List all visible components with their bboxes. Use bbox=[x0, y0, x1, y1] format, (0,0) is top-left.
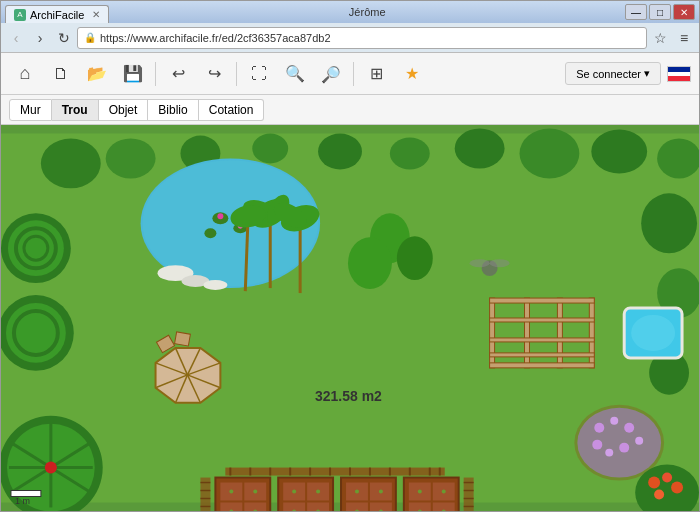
svg-point-9 bbox=[520, 129, 580, 179]
tab-favicon: A bbox=[14, 9, 26, 21]
svg-point-54 bbox=[470, 259, 490, 267]
title-bar-left: A ArchiFacile ✕ bbox=[5, 1, 109, 23]
svg-rect-85 bbox=[490, 338, 595, 342]
tab-mur[interactable]: Mur bbox=[9, 99, 52, 121]
fullscreen-tool-button[interactable]: ⛶ bbox=[243, 58, 275, 90]
svg-point-47 bbox=[203, 280, 227, 290]
svg-point-26 bbox=[662, 473, 672, 483]
svg-point-7 bbox=[390, 138, 430, 170]
title-bar-controls: — □ ✕ bbox=[625, 4, 695, 20]
svg-point-5 bbox=[252, 134, 288, 164]
svg-text:321.58 m2: 321.58 m2 bbox=[315, 388, 382, 404]
svg-point-89 bbox=[631, 315, 675, 351]
svg-point-67 bbox=[348, 237, 392, 289]
toolbar-separator-2 bbox=[236, 62, 237, 86]
close-button[interactable]: ✕ bbox=[673, 4, 695, 20]
svg-point-66 bbox=[397, 236, 433, 280]
tab-area: A ArchiFacile ✕ bbox=[5, 1, 109, 23]
svg-point-50 bbox=[204, 228, 216, 238]
grid-tool-button[interactable]: ⊞ bbox=[360, 58, 392, 90]
undo-tool-button[interactable]: ↩ bbox=[162, 58, 194, 90]
svg-point-42 bbox=[45, 462, 57, 474]
tab-objet[interactable]: Objet bbox=[99, 99, 149, 121]
svg-rect-83 bbox=[490, 298, 595, 303]
svg-point-20 bbox=[635, 437, 643, 445]
svg-point-18 bbox=[610, 417, 618, 425]
tab-cotation[interactable]: Cotation bbox=[199, 99, 265, 121]
minimize-button[interactable]: — bbox=[625, 4, 647, 20]
svg-point-11 bbox=[657, 139, 699, 179]
svg-point-10 bbox=[591, 130, 647, 174]
garden-canvas[interactable]: 321.58 m2 bbox=[1, 125, 699, 511]
refresh-button[interactable]: ↻ bbox=[53, 27, 75, 49]
garden-svg: 321.58 m2 bbox=[1, 125, 699, 511]
svg-point-28 bbox=[654, 490, 664, 500]
svg-rect-78 bbox=[175, 332, 191, 346]
language-flag[interactable] bbox=[667, 66, 691, 82]
maximize-button[interactable]: □ bbox=[649, 4, 671, 20]
toolbar-separator-1 bbox=[155, 62, 156, 86]
forward-button[interactable]: › bbox=[29, 27, 51, 49]
bookmark-tool-button[interactable]: ★ bbox=[396, 58, 428, 90]
svg-point-127 bbox=[355, 490, 359, 494]
nav-bar: ‹ › ↻ 🔒 https://www.archifacile.fr/ed/2c… bbox=[1, 23, 699, 53]
svg-point-118 bbox=[292, 490, 296, 494]
browser-window: A ArchiFacile ✕ Jérôme — □ ✕ ‹ › ↻ 🔒 htt… bbox=[0, 0, 700, 512]
tab-biblio[interactable]: Biblio bbox=[148, 99, 198, 121]
svg-point-119 bbox=[316, 490, 320, 494]
svg-point-136 bbox=[418, 490, 422, 494]
secure-icon: 🔒 bbox=[84, 32, 96, 43]
new-tool-button[interactable]: 🗋 bbox=[45, 58, 77, 90]
svg-rect-91 bbox=[225, 468, 444, 476]
svg-point-6 bbox=[318, 134, 362, 170]
star-button[interactable]: ☆ bbox=[649, 27, 671, 49]
svg-point-27 bbox=[671, 482, 683, 494]
svg-rect-87 bbox=[490, 363, 595, 368]
browser-tab[interactable]: A ArchiFacile ✕ bbox=[5, 5, 109, 23]
svg-point-2 bbox=[41, 139, 101, 189]
save-tool-button[interactable]: 💾 bbox=[117, 58, 149, 90]
address-bar[interactable]: 🔒 https://www.archifacile.fr/ed/2cf36357… bbox=[77, 27, 647, 49]
svg-point-17 bbox=[594, 423, 604, 433]
svg-point-19 bbox=[624, 423, 634, 433]
svg-point-3 bbox=[106, 139, 156, 179]
zoom-in-tool-button[interactable]: 🔍 bbox=[279, 58, 311, 90]
svg-point-16 bbox=[577, 408, 661, 478]
svg-point-55 bbox=[490, 259, 510, 267]
tab-title: ArchiFacile bbox=[30, 9, 84, 21]
zoom-out-tool-button[interactable]: 🔍 bbox=[315, 58, 347, 90]
tab-trou[interactable]: Trou bbox=[52, 99, 99, 121]
app-toolbar: ⌂ 🗋 📂 💾 ↩ ↪ ⛶ 🔍 🔍 ⊞ ★ Se connecter ▾ bbox=[1, 53, 699, 95]
svg-point-22 bbox=[605, 449, 613, 457]
back-button[interactable]: ‹ bbox=[5, 27, 27, 49]
svg-rect-84 bbox=[490, 318, 595, 322]
svg-point-110 bbox=[253, 490, 257, 494]
svg-point-51 bbox=[217, 213, 223, 219]
home-tool-button[interactable]: ⌂ bbox=[9, 58, 41, 90]
tab-close-button[interactable]: ✕ bbox=[92, 9, 100, 20]
svg-point-137 bbox=[442, 490, 446, 494]
svg-point-25 bbox=[648, 477, 660, 489]
toolbar-right: Se connecter ▾ bbox=[565, 62, 691, 85]
svg-point-8 bbox=[455, 129, 505, 169]
svg-point-12 bbox=[641, 193, 697, 253]
svg-rect-86 bbox=[490, 353, 595, 357]
connect-button[interactable]: Se connecter ▾ bbox=[565, 62, 661, 85]
connect-label: Se connecter bbox=[576, 68, 641, 80]
svg-point-21 bbox=[619, 443, 629, 453]
toolbar-separator-3 bbox=[353, 62, 354, 86]
menu-tabs-bar: Mur Trou Objet Biblio Cotation bbox=[1, 95, 699, 125]
redo-tool-button[interactable]: ↪ bbox=[198, 58, 230, 90]
connect-arrow-icon: ▾ bbox=[644, 67, 650, 80]
url-text: https://www.archifacile.fr/ed/2cf36357ac… bbox=[100, 32, 331, 44]
title-bar: A ArchiFacile ✕ Jérôme — □ ✕ bbox=[1, 1, 699, 23]
window-title: Jérôme bbox=[349, 6, 386, 18]
open-tool-button[interactable]: 📂 bbox=[81, 58, 113, 90]
svg-text:1 m: 1 m bbox=[15, 496, 30, 506]
menu-button[interactable]: ≡ bbox=[673, 27, 695, 49]
svg-point-109 bbox=[229, 490, 233, 494]
svg-point-128 bbox=[379, 490, 383, 494]
svg-point-23 bbox=[592, 440, 602, 450]
